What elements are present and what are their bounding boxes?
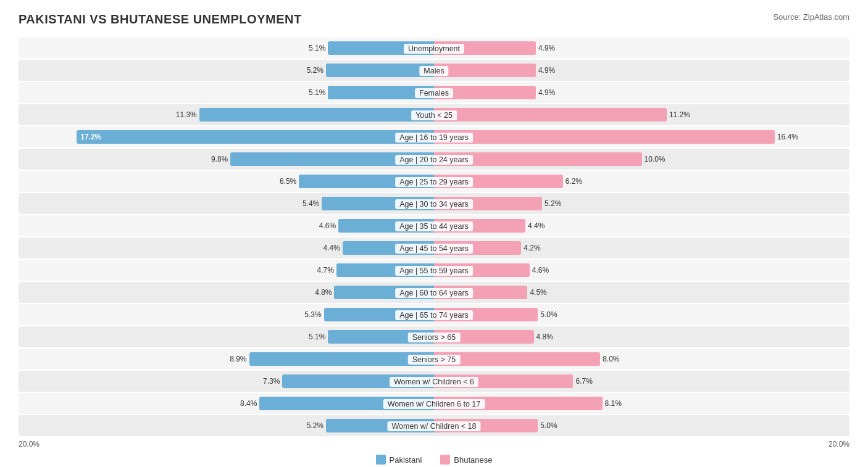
axes-row: 20.0% 20.0%: [19, 440, 849, 448]
right-section: 5.0%: [434, 415, 849, 436]
legend-box-pakistani: [376, 455, 386, 465]
bar-bhutanese: [434, 286, 527, 299]
bar-bhutanese: [434, 241, 521, 255]
val-right: 4.5%: [527, 288, 546, 297]
val-right: 4.6%: [530, 266, 549, 275]
val-right: 4.9%: [536, 66, 555, 75]
bar-bhutanese: [434, 330, 534, 344]
left-section: 5.3%: [19, 304, 434, 325]
val-left: 5.1%: [309, 88, 328, 97]
chart-row: 11.3% Youth < 25 11.2%: [19, 104, 849, 125]
left-section: 4.4%: [19, 238, 434, 258]
val-right: 5.0%: [538, 310, 557, 319]
val-right: 4.4%: [525, 221, 545, 230]
chart-row: 5.4% Age | 30 to 34 years 5.2%: [19, 193, 849, 214]
left-section: 8.4%: [19, 393, 434, 414]
chart-row: 4.8% Age | 60 to 64 years 4.5%: [19, 282, 849, 303]
bar-pakistani: [326, 64, 434, 77]
chart-row: 5.1% Seniors > 65 4.8%: [19, 326, 849, 347]
val-right: 8.0%: [600, 355, 619, 363]
bar-bhutanese: [434, 263, 530, 277]
chart-row: 8.4% Women w/ Children 6 to 17 8.1%: [19, 393, 849, 414]
val-right: 5.2%: [542, 199, 561, 208]
right-section: 5.2%: [434, 193, 849, 214]
right-section: 8.0%: [434, 349, 849, 370]
left-section: 5.4%: [19, 193, 434, 214]
chart-row: 17.2% Age | 16 to 19 years 16.4%: [19, 126, 849, 147]
left-section: 5.1%: [19, 82, 434, 103]
val-inside-left: 17.2%: [80, 133, 101, 141]
bar-pakistani: [249, 352, 434, 366]
val-right: 5.0%: [538, 421, 557, 430]
left-section: 5.2%: [19, 60, 434, 81]
left-section: 6.5%: [19, 171, 434, 192]
val-left: 5.2%: [307, 66, 326, 75]
bar-bhutanese: [434, 64, 536, 77]
bar-bhutanese: [434, 41, 536, 55]
left-section: 8.9%: [19, 349, 434, 370]
bar-bhutanese: [434, 175, 563, 188]
axis-right: 20.0%: [434, 440, 849, 448]
bar-bhutanese: [434, 397, 603, 410]
right-section: 6.7%: [434, 371, 849, 392]
right-section: 4.8%: [434, 326, 849, 347]
val-left: 9.8%: [211, 155, 230, 163]
chart-row: 4.7% Age | 55 to 59 years 4.6%: [19, 260, 849, 281]
right-section: 5.0%: [434, 304, 849, 325]
right-section: 16.4%: [434, 126, 849, 147]
right-section: 4.5%: [434, 282, 849, 303]
axis-right-label: 20.0%: [828, 440, 849, 448]
right-section: 4.9%: [434, 60, 849, 81]
axis-left-label: 20.0%: [19, 440, 40, 448]
val-left: 4.6%: [319, 221, 338, 230]
bar-pakistani: [324, 308, 434, 321]
bar-bhutanese: [434, 108, 667, 122]
val-left: 4.8%: [315, 288, 334, 297]
chart-header: PAKISTANI VS BHUTANESE UNEMPLOYMENT Sour…: [19, 12, 849, 27]
bar-bhutanese: [434, 219, 525, 233]
bar-bhutanese: [434, 419, 538, 432]
val-left: 5.1%: [309, 44, 328, 52]
bar-bhutanese: [434, 152, 642, 166]
val-left: 6.5%: [280, 177, 299, 186]
chart-row: 6.5% Age | 25 to 29 years 6.2%: [19, 171, 849, 192]
val-left: 4.4%: [323, 244, 343, 252]
val-right: 10.0%: [642, 155, 666, 163]
bar-bhutanese: [434, 308, 538, 321]
chart-row: 4.6% Age | 35 to 44 years 4.4%: [19, 215, 849, 236]
bar-pakistani: [343, 241, 434, 255]
val-left: 5.1%: [309, 333, 328, 341]
left-section: 17.2%: [19, 126, 434, 147]
right-section: 4.6%: [434, 260, 849, 281]
val-right: 16.4%: [775, 133, 798, 141]
val-left: 8.9%: [230, 355, 249, 363]
val-left: 5.4%: [303, 199, 322, 208]
left-section: 7.3%: [19, 371, 434, 392]
bar-pakistani: [199, 108, 434, 122]
val-left: 8.4%: [240, 399, 259, 408]
chart-container: PAKISTANI VS BHUTANESE UNEMPLOYMENT Sour…: [0, 0, 868, 467]
legend-item-bhutanese: Bhutanese: [440, 455, 492, 465]
bar-pakistani: [328, 86, 434, 99]
bar-pakistani: [230, 152, 434, 166]
val-right: 6.2%: [563, 177, 582, 186]
chart-row: 5.1% Females 4.9%: [19, 82, 849, 103]
left-section: 9.8%: [19, 149, 434, 170]
right-section: 11.2%: [434, 104, 849, 125]
left-section: 5.2%: [19, 415, 434, 436]
rows-wrapper: 5.1% Unemployment 4.9% 5.2% Males: [19, 38, 849, 436]
chart-row: 9.8% Age | 20 to 24 years 10.0%: [19, 149, 849, 170]
left-section: 11.3%: [19, 104, 434, 125]
val-right: 4.9%: [536, 88, 555, 97]
bar-pakistani: [336, 263, 434, 277]
bar-pakistani: [328, 330, 434, 344]
val-left: 11.3%: [176, 110, 199, 119]
left-section: 5.1%: [19, 38, 434, 59]
bar-pakistani: 17.2%: [77, 130, 434, 144]
legend-label-pakistani: Pakistani: [390, 455, 422, 465]
legend-item-pakistani: Pakistani: [376, 455, 422, 465]
bar-bhutanese: [434, 130, 775, 144]
bar-pakistani: [282, 374, 434, 388]
chart-title: PAKISTANI VS BHUTANESE UNEMPLOYMENT: [19, 12, 302, 27]
right-section: 8.1%: [434, 393, 849, 414]
